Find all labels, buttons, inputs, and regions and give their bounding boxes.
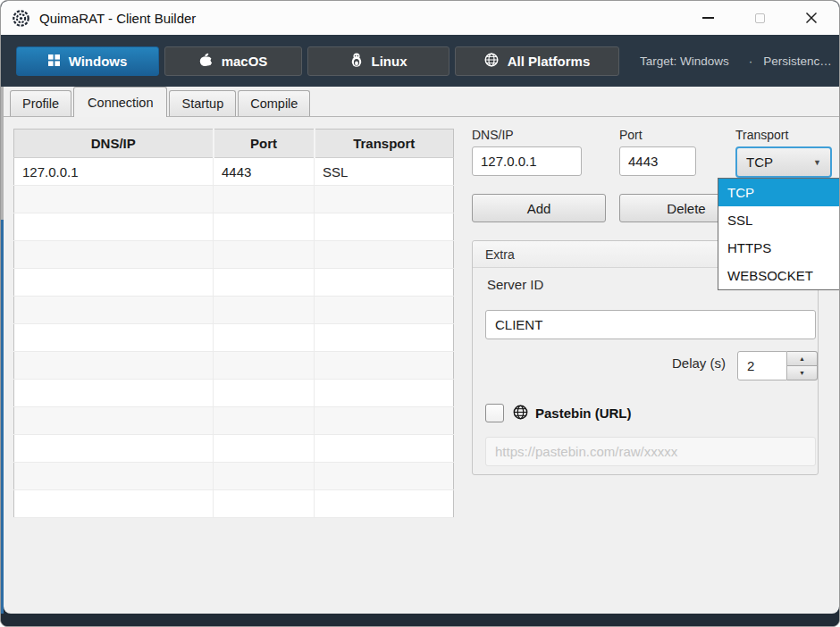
tab-startup[interactable]: Startup bbox=[169, 90, 236, 116]
close-button[interactable] bbox=[785, 1, 837, 35]
port-label: Port bbox=[619, 128, 643, 142]
platform-button-windows[interactable]: Windows bbox=[16, 46, 159, 76]
hosts-table-header: DNS/IP Port Transport bbox=[14, 130, 454, 158]
platform-label: Windows bbox=[69, 54, 128, 69]
delay-decrement-button[interactable]: ▼ bbox=[787, 365, 818, 380]
table-row[interactable]: 127.0.0.1 4443 SSL bbox=[14, 158, 454, 186]
platform-button-all-platforms[interactable]: All Platforms bbox=[455, 46, 619, 76]
window-title: QuimaRAT - Client Builder bbox=[39, 11, 196, 26]
platform-label: macOS bbox=[222, 54, 268, 69]
windows-logo-icon bbox=[48, 54, 60, 69]
table-row-empty bbox=[14, 213, 454, 241]
cell-dns-ip: 127.0.0.1 bbox=[14, 158, 214, 186]
table-row-empty bbox=[14, 380, 454, 407]
delay-increment-button[interactable]: ▲ bbox=[787, 351, 818, 366]
platform-button-linux[interactable]: Linux bbox=[307, 46, 449, 76]
transport-label: Transport bbox=[735, 128, 788, 142]
table-row-empty bbox=[14, 324, 454, 352]
transport-dropdown-popup: TCP SSL HTTPS WEBSOCKET bbox=[718, 178, 840, 290]
table-row-empty bbox=[14, 241, 454, 269]
table-row-empty bbox=[14, 490, 454, 518]
port-input[interactable] bbox=[619, 146, 696, 176]
dropdown-option-tcp[interactable]: TCP bbox=[718, 179, 840, 206]
pastebin-url-input[interactable] bbox=[485, 437, 816, 466]
column-header-port: Port bbox=[214, 130, 315, 158]
platform-toolbar: Windows macOS bbox=[1, 35, 839, 87]
transport-selected-value: TCP bbox=[746, 155, 773, 170]
delay-spinner: ▲ ▼ bbox=[737, 351, 818, 380]
persistence-label: Persistenc… bbox=[763, 54, 832, 68]
tab-profile[interactable]: Profile bbox=[10, 90, 71, 116]
globe-icon bbox=[484, 53, 499, 70]
pastebin-option-row: Pastebin (URL) bbox=[485, 404, 632, 422]
platform-button-macos[interactable]: macOS bbox=[164, 46, 302, 76]
tab-label: Connection bbox=[88, 96, 153, 110]
connection-tab-panel: DNS/IP Port Transport 127.0.0.1 4443 SSL bbox=[4, 116, 839, 614]
target-label: Target: Windows bbox=[640, 54, 729, 68]
dropdown-option-https[interactable]: HTTPS bbox=[718, 234, 840, 262]
table-row-empty bbox=[14, 435, 454, 463]
pastebin-label-text: Pastebin (URL) bbox=[535, 405, 632, 421]
apple-logo-icon bbox=[199, 53, 213, 70]
table-row-empty bbox=[14, 352, 454, 380]
extra-group-title: Extra bbox=[485, 247, 515, 262]
dns-ip-input[interactable] bbox=[472, 146, 582, 176]
linux-penguin-icon bbox=[350, 53, 363, 70]
table-row-empty bbox=[14, 407, 454, 435]
server-id-input[interactable] bbox=[485, 310, 816, 339]
left-edge-accent bbox=[1, 220, 4, 615]
add-button[interactable]: Add bbox=[472, 194, 606, 222]
column-header-dns-ip: DNS/IP bbox=[14, 130, 214, 158]
chevron-down-icon: ▼ bbox=[813, 158, 821, 167]
table-row-empty bbox=[14, 186, 454, 213]
app-window: QuimaRAT - Client Builder Windows bbox=[0, 0, 840, 627]
platform-label: All Platforms bbox=[508, 54, 591, 69]
delay-input[interactable] bbox=[737, 351, 787, 380]
transport-dropdown[interactable]: TCP ▼ bbox=[735, 146, 832, 178]
tab-strip: Profile Connection Startup Compile bbox=[4, 87, 839, 116]
server-id-label: Server ID bbox=[487, 277, 543, 292]
tab-label: Startup bbox=[181, 96, 223, 111]
maximize-icon bbox=[755, 13, 765, 23]
dropdown-option-websocket[interactable]: WEBSOCKET bbox=[718, 262, 840, 289]
title-bar: QuimaRAT - Client Builder bbox=[1, 1, 839, 35]
left-edge-strip bbox=[1, 87, 4, 220]
pastebin-checkbox[interactable] bbox=[485, 404, 504, 422]
tab-compile[interactable]: Compile bbox=[238, 90, 310, 116]
maximize-button[interactable] bbox=[734, 1, 785, 35]
close-icon bbox=[805, 12, 818, 24]
tab-connection[interactable]: Connection bbox=[73, 87, 167, 117]
cell-port: 4443 bbox=[214, 158, 315, 186]
pastebin-label: Pastebin (URL) bbox=[513, 405, 632, 422]
arrow-down-icon: ▼ bbox=[799, 370, 805, 376]
app-logo-icon bbox=[12, 9, 30, 28]
status-separator: · bbox=[749, 54, 753, 68]
window-controls bbox=[682, 1, 837, 35]
dns-ip-label: DNS/IP bbox=[472, 128, 514, 142]
minimize-icon bbox=[702, 17, 714, 19]
arrow-up-icon: ▲ bbox=[799, 355, 805, 362]
bottom-bar bbox=[1, 614, 839, 626]
table-row-empty bbox=[14, 463, 454, 490]
column-header-transport: Transport bbox=[315, 130, 454, 158]
table-row-empty bbox=[14, 269, 454, 297]
table-row-empty bbox=[14, 297, 454, 324]
toolbar-status: Target: Windows · Persistenc… bbox=[640, 35, 836, 87]
tab-label: Profile bbox=[22, 96, 59, 111]
hosts-table: DNS/IP Port Transport 127.0.0.1 4443 SSL bbox=[13, 129, 454, 518]
platform-label: Linux bbox=[372, 54, 407, 69]
globe-icon bbox=[513, 405, 528, 422]
cell-transport: SSL bbox=[315, 158, 454, 186]
hosts-table-body: 127.0.0.1 4443 SSL bbox=[14, 158, 454, 518]
delay-label: Delay (s) bbox=[607, 355, 726, 371]
minimize-button[interactable] bbox=[682, 1, 734, 35]
dropdown-option-ssl[interactable]: SSL bbox=[718, 206, 840, 234]
tab-label: Compile bbox=[250, 96, 298, 111]
